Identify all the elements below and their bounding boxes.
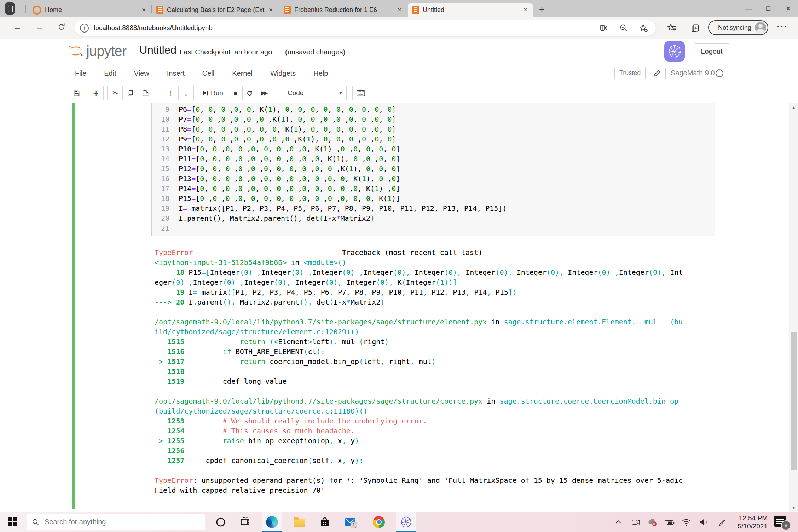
menu-kernel[interactable]: Kernel xyxy=(232,69,253,77)
cortana-button[interactable] xyxy=(211,512,231,532)
edit-kernel-icon[interactable] xyxy=(653,69,662,78)
notebook-scrollbar[interactable]: ▲ ▼ xyxy=(789,103,798,512)
code-cell-editor[interactable]: 9P6=[0, 0, 0 ,0, 0, K(1), 0, 0, 0, 0, 0,… xyxy=(151,103,715,236)
start-button[interactable] xyxy=(0,512,25,532)
code-line-13: 13P10=[0, 0 ,0, 0 ,0, 0, 0 ,0 ,0, K(1) ,… xyxy=(152,144,715,154)
kernel-name: SageMath 9.0 xyxy=(671,69,715,77)
move-cell-up-button[interactable]: ↑ xyxy=(163,86,179,100)
run-button[interactable]: Run xyxy=(198,86,228,100)
cell-type-select[interactable]: Code ▾ xyxy=(283,86,347,100)
window-maximize-button[interactable]: □ xyxy=(758,0,778,17)
network-status[interactable] xyxy=(680,512,693,532)
taskbar-sagemath-button[interactable] xyxy=(396,512,416,532)
taskbar-store-button[interactable] xyxy=(315,512,335,532)
traceback-line-9: ild/cythonized/sage/structure/element.c:… xyxy=(155,327,683,337)
notification-icon xyxy=(776,519,784,520)
power-status[interactable] xyxy=(663,512,676,532)
browser-tab-1[interactable]: Calculating Basis for E2 Page (Ext× xyxy=(152,3,278,17)
site-info-icon[interactable]: i xyxy=(80,24,89,33)
taskbar-chrome-button[interactable] xyxy=(369,512,389,532)
tab-close-icon[interactable]: × xyxy=(267,6,274,14)
code-line-11: 11P8=[0, 0, 0 ,0 ,0, 0, 0, K(1), 0, 0, 0… xyxy=(152,124,715,134)
search-input[interactable] xyxy=(44,517,187,526)
file-explorer-icon xyxy=(294,519,305,527)
tab-close-icon[interactable]: × xyxy=(522,6,529,14)
arrow-down-icon: ↓ xyxy=(184,88,188,98)
logout-button[interactable]: Logout xyxy=(694,43,729,59)
traceback-line-0: ----------------------------------------… xyxy=(155,238,683,248)
forward-button[interactable]: → xyxy=(35,22,44,32)
move-cell-down-button[interactable]: ↓ xyxy=(178,86,194,100)
line-number: 15 xyxy=(152,164,174,174)
zoom-button[interactable] xyxy=(619,24,628,32)
browser-tab-2[interactable]: Frobenius Reduction for 1 E6× xyxy=(279,3,407,17)
save-button[interactable] xyxy=(69,86,84,100)
scroll-down-arrow[interactable]: ▼ xyxy=(789,503,798,512)
favorites-button[interactable] xyxy=(667,23,677,33)
chevron-down-icon: ▾ xyxy=(339,90,342,96)
traceback-line-12: -> 1517 return coercion_model.bin_op(lef… xyxy=(155,357,683,366)
traceback-line-23 xyxy=(155,466,683,475)
add-cell-button[interactable]: + xyxy=(88,86,104,100)
menu-view[interactable]: View xyxy=(134,69,149,77)
address-bar[interactable]: i localhost:8888/notebooks/Untitled.ipyn… xyxy=(74,20,656,36)
refresh-button[interactable] xyxy=(57,23,66,31)
browser-menu-button[interactable]: ··· xyxy=(777,21,788,32)
url-text[interactable]: localhost:8888/notebooks/Untitled.ipynb xyxy=(94,24,600,32)
menu-items: FileEditViewInsertCellKernelWidgetsHelp xyxy=(75,63,328,84)
pen-settings[interactable] xyxy=(715,512,728,532)
taskbar-mail-button[interactable]: 1 xyxy=(340,512,360,532)
read-aloud-button[interactable] xyxy=(600,24,608,32)
menu-edit[interactable]: Edit xyxy=(104,69,116,77)
tab-close-icon[interactable]: × xyxy=(140,6,147,14)
menu-help[interactable]: Help xyxy=(313,69,328,77)
restart-run-all-button[interactable]: ▶▶ xyxy=(256,86,273,100)
line-number: 10 xyxy=(152,114,174,124)
taskbar-explorer-button[interactable] xyxy=(289,512,309,532)
menu-cell[interactable]: Cell xyxy=(202,69,214,77)
meet-now-button[interactable] xyxy=(630,512,642,532)
scroll-up-arrow[interactable]: ▲ xyxy=(789,103,798,112)
task-view-icon xyxy=(240,517,250,527)
line-number: 11 xyxy=(152,124,174,134)
command-palette-button[interactable] xyxy=(352,86,369,100)
scissors-icon: ✂ xyxy=(112,88,118,98)
menu-widgets[interactable]: Widgets xyxy=(270,69,296,77)
cut-cell-button[interactable]: ✂ xyxy=(107,86,123,100)
add-favorite-button[interactable] xyxy=(639,24,648,33)
notebook-title[interactable]: Untitled xyxy=(139,44,177,57)
browser-workspaces-icon[interactable] xyxy=(5,2,15,15)
collections-button[interactable] xyxy=(690,23,700,33)
action-center-button[interactable]: 8 xyxy=(774,516,786,527)
browser-tab-3[interactable]: Untitled× xyxy=(408,3,533,17)
traceback-line-4: eger(0) ,Integer(0) ,Integer(0), Integer… xyxy=(155,277,683,287)
restart-kernel-button[interactable] xyxy=(242,86,256,100)
trusted-badge[interactable]: Trusted xyxy=(614,67,646,79)
menu-insert[interactable]: Insert xyxy=(167,69,185,77)
browser-tab-0[interactable]: Home× xyxy=(28,3,151,17)
back-button[interactable]: ← xyxy=(13,22,22,32)
new-tab-button[interactable]: + xyxy=(536,4,548,16)
plus-icon: + xyxy=(93,88,98,99)
taskbar-search[interactable] xyxy=(27,514,205,530)
tab-close-icon[interactable]: × xyxy=(396,6,403,14)
taskbar-edge-button[interactable] xyxy=(262,512,282,532)
magnifier-plus-icon xyxy=(619,24,628,32)
stop-button[interactable]: ■ xyxy=(229,86,243,100)
line-number: 14 xyxy=(152,154,174,164)
traceback-line-16: /opt/sagemath-9.0/local/lib/python3.7/si… xyxy=(155,396,683,406)
menu-file[interactable]: File xyxy=(75,69,86,77)
window-close-button[interactable]: × xyxy=(778,0,798,17)
browser-profile-button[interactable]: Not syncing xyxy=(708,20,768,35)
paste-cell-button[interactable] xyxy=(138,86,153,100)
task-view-button[interactable] xyxy=(235,512,255,532)
copy-cell-button[interactable] xyxy=(122,86,138,100)
jupyter-logo[interactable]: jupyter xyxy=(67,42,126,59)
taskbar-clock[interactable]: 12:54 PM 5/10/2021 xyxy=(728,514,768,530)
volume-status[interactable] xyxy=(697,512,710,532)
clock-time: 12:54 PM xyxy=(728,514,768,522)
scrollbar-thumb[interactable] xyxy=(791,332,797,470)
window-minimize-button[interactable]: — xyxy=(739,0,758,17)
tray-expand-button[interactable] xyxy=(612,512,625,532)
onedrive-status[interactable] xyxy=(646,512,659,532)
